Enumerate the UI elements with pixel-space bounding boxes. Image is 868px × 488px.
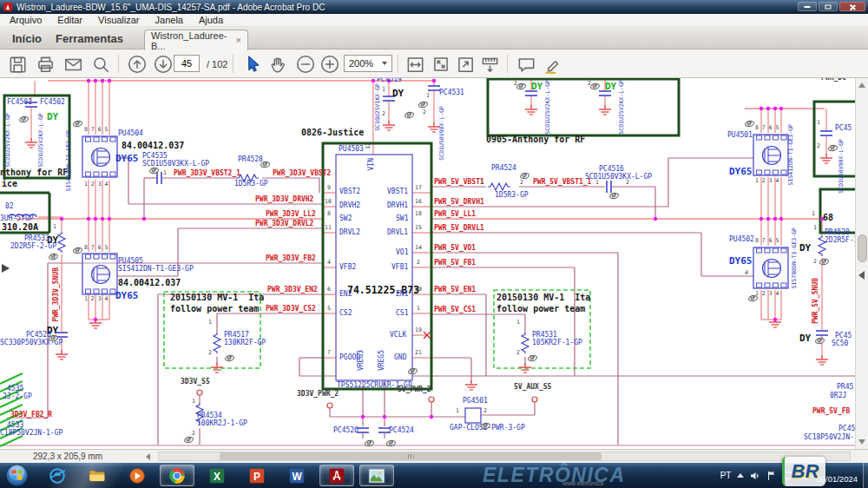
network-icon[interactable]: [799, 471, 810, 481]
zoom-level-value: 200%: [349, 58, 373, 69]
maximize-button[interactable]: [819, 2, 838, 11]
tray-hidden-icons-icon[interactable]: [737, 473, 744, 478]
document-tab[interactable]: Wistron_Laduree-B... ×: [144, 30, 248, 50]
fullscreen-icon[interactable]: [455, 54, 476, 75]
email-icon[interactable]: [62, 54, 83, 75]
window-title: Wistron_Laduree-BDW_15.6"_UMA-DIS_14257-…: [16, 3, 325, 12]
horizontal-scrollbar[interactable]: [158, 452, 851, 461]
tray-date: 09/01/2024: [816, 474, 858, 484]
taskbar-app-media-player[interactable]: [120, 465, 155, 486]
vertical-scrollbar-thumb[interactable]: [858, 234, 867, 262]
page-size-label: 292,3 x 205,9 mm: [33, 452, 102, 461]
word-icon: W: [287, 466, 306, 485]
fit-width-icon[interactable]: [404, 54, 425, 75]
zoom-in-icon[interactable]: [319, 54, 340, 75]
show-desktop-button[interactable]: [863, 463, 868, 488]
google-chrome-icon: [168, 466, 187, 485]
title-bar: Wistron_Laduree-BDW_15.6"_UMA-DIS_14257-…: [0, 0, 868, 14]
photo-viewer-icon: [367, 466, 386, 485]
save-icon[interactable]: [7, 54, 28, 75]
comment-icon[interactable]: [516, 54, 536, 75]
volume-icon[interactable]: [750, 471, 760, 481]
acrobat-icon: [327, 466, 346, 485]
tab-close-icon[interactable]: ×: [236, 36, 241, 45]
taskbar-app-word[interactable]: W: [279, 465, 314, 486]
scroll-left-icon[interactable]: [146, 453, 150, 460]
search-icon[interactable]: [90, 54, 111, 75]
system-tray: PT 09/01/2024: [720, 463, 858, 488]
menu-item-visualizar[interactable]: Visualizar: [90, 14, 148, 26]
scroll-down-icon[interactable]: [858, 439, 865, 445]
menu-bar: ArquivoEditarVisualizarJanelaAjuda: [0, 14, 868, 27]
measure-tool-icon[interactable]: [479, 54, 500, 75]
status-bar: 292,3 x 205,9 mm: [0, 449, 868, 463]
svg-text:W: W: [292, 470, 302, 482]
menu-item-arquivo[interactable]: Arquivo: [2, 14, 49, 26]
start-button[interactable]: [5, 464, 29, 487]
page-number-input[interactable]: [174, 55, 200, 72]
taskbar-app-internet-explorer[interactable]: [40, 465, 75, 486]
page-count-label: / 102: [207, 59, 227, 69]
windows-explorer-icon: [88, 466, 107, 485]
taskbar-app-windows-explorer[interactable]: [80, 465, 115, 486]
menu-item-ajuda[interactable]: Ajuda: [191, 14, 231, 26]
zoom-level-select[interactable]: 200%: [344, 55, 392, 72]
tab-bar: Início Ferramentas Wistron_Laduree-B... …: [0, 27, 868, 49]
taskbar-app-powerpoint[interactable]: P: [240, 465, 274, 486]
excel-icon: X: [207, 466, 227, 485]
internet-explorer-icon: [48, 466, 67, 485]
vertical-scrollbar[interactable]: [855, 78, 868, 449]
media-player-icon: [128, 466, 147, 485]
document-canvas[interactable]: 0826-Justice0905-Anthony for RFnthony fo…: [0, 78, 868, 449]
taskbar-app-excel[interactable]: X: [200, 465, 234, 486]
zoom-out-icon[interactable]: [295, 54, 316, 75]
tray-language[interactable]: PT: [720, 471, 732, 480]
close-button[interactable]: [839, 2, 865, 11]
tab-tools[interactable]: Ferramentas: [56, 32, 123, 45]
print-icon[interactable]: [35, 54, 56, 75]
minimize-button[interactable]: [798, 2, 817, 11]
action-center-icon[interactable]: [766, 471, 777, 481]
horizontal-scrollbar-thumb[interactable]: [220, 452, 602, 460]
schematic-drawing: [0, 78, 868, 449]
tab-home[interactable]: Início: [12, 32, 42, 45]
acrobat-app-icon: [3, 3, 12, 11]
powerpoint-icon: P: [247, 466, 266, 485]
tools-pane-collapse-icon[interactable]: [858, 271, 865, 280]
menu-item-editar[interactable]: Editar: [49, 14, 90, 26]
taskbar-app-photo-viewer[interactable]: [359, 465, 394, 486]
hand-tool-icon[interactable]: [267, 54, 288, 75]
document-tab-label: Wistron_Laduree-B...: [151, 30, 236, 51]
taskbar-app-google-chrome[interactable]: [160, 465, 194, 486]
windows-logo-icon: [5, 464, 29, 487]
previous-page-icon[interactable]: [127, 54, 148, 75]
fit-page-icon[interactable]: [431, 54, 451, 75]
taskbar-app-acrobat[interactable]: [319, 465, 354, 486]
taskbar: XPW PT 09/01/2024: [0, 463, 868, 488]
svg-text:P: P: [253, 470, 260, 482]
chevron-down-icon: [382, 62, 387, 65]
select-tool-icon[interactable]: [241, 54, 262, 75]
highlight-icon[interactable]: [542, 54, 562, 75]
menu-item-janela[interactable]: Janela: [148, 14, 191, 26]
display-icon[interactable]: [783, 471, 793, 481]
scroll-up-icon[interactable]: [858, 82, 865, 88]
svg-text:X: X: [214, 470, 220, 482]
next-page-icon[interactable]: [153, 54, 174, 75]
toolbar: / 102 200%: [0, 49, 868, 78]
tray-clock[interactable]: 09/01/2024: [816, 467, 858, 484]
